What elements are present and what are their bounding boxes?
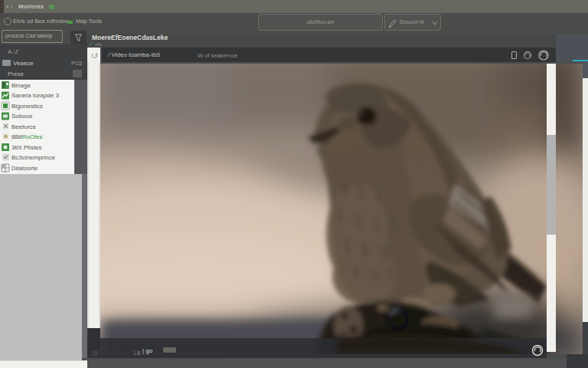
svg-text:LB: LB <box>134 350 141 356</box>
svg-text:| go: | go <box>142 347 153 354</box>
